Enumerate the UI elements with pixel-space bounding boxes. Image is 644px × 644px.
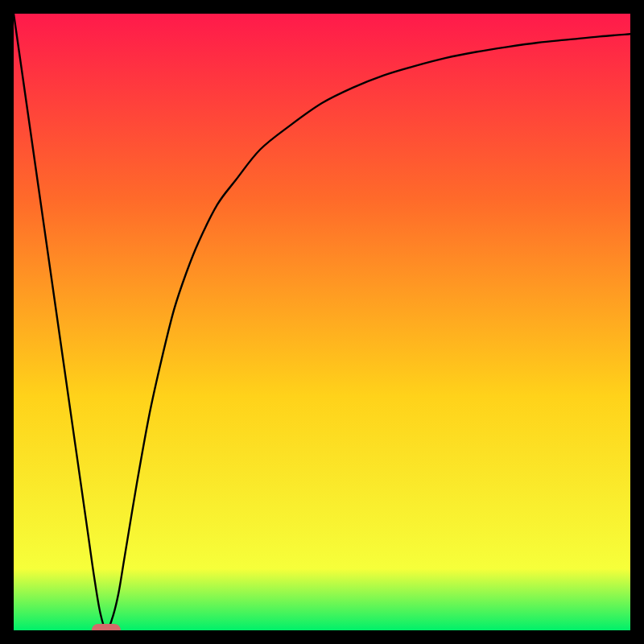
bottleneck-chart — [14, 14, 630, 630]
minimum-marker — [92, 624, 121, 630]
gradient-background — [14, 14, 630, 630]
chart-frame: TheBottleneck.com — [14, 14, 630, 630]
